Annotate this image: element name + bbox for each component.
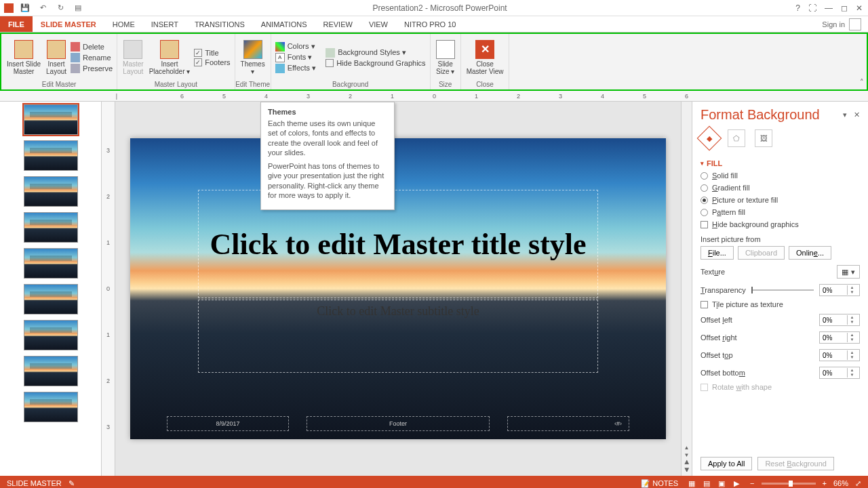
thumbnail-slide-master[interactable]	[24, 104, 78, 135]
pane-close-icon[interactable]: ✕	[854, 110, 860, 119]
file-button[interactable]: File...	[701, 246, 734, 260]
tab-slide-master[interactable]: SLIDE MASTER	[33, 16, 104, 32]
sorter-view-icon[interactable]: ▤	[700, 478, 713, 488]
layout-thumbnails[interactable]	[0, 102, 102, 476]
tab-animations[interactable]: ANIMATIONS	[253, 16, 315, 32]
thumbnail-layout[interactable]	[24, 212, 78, 243]
zoom-out-icon[interactable]: −	[750, 479, 754, 487]
spell-check-icon[interactable]: ✎	[68, 479, 75, 488]
normal-view-icon[interactable]: ▦	[685, 478, 698, 488]
title-checkbox[interactable]: ✓Title	[194, 49, 230, 57]
ribbon-highlight: Insert Slide Master Insert Layout Delete…	[0, 33, 868, 91]
tab-home[interactable]: HOME	[104, 16, 143, 32]
picture-tab-icon[interactable]: 🖼	[755, 129, 772, 147]
reading-view-icon[interactable]: ▣	[715, 478, 728, 488]
background-styles-button[interactable]: Background Styles ▾	[326, 48, 425, 58]
scroll-up-icon[interactable]: ▲	[684, 445, 690, 451]
slide-size-button[interactable]: Slide Size ▾	[435, 39, 456, 77]
rotate-with-shape-checkbox: Rotate with shape	[701, 383, 860, 391]
offset-bottom-input[interactable]: ▲▼	[819, 367, 860, 379]
offset-left-input[interactable]: ▲▼	[819, 314, 860, 326]
zoom-slider[interactable]	[762, 483, 816, 485]
apply-to-all-button[interactable]: Apply to All	[701, 457, 752, 470]
collapse-ribbon-icon[interactable]: ˄	[857, 34, 867, 89]
start-from-beginning-icon[interactable]: ▤	[72, 2, 84, 14]
slide[interactable]: Click to edit Master title style Click t…	[130, 138, 666, 439]
rename-button[interactable]: Rename	[71, 53, 113, 62]
close-icon[interactable]: ✕	[856, 3, 863, 13]
footers-checkbox[interactable]: ✓Footers	[194, 58, 230, 66]
master-subtitle-placeholder[interactable]: Click to edit Master subtitle style	[198, 300, 598, 373]
tile-picture-checkbox[interactable]: Tile picture as texture	[701, 300, 860, 308]
scroll-down-icon[interactable]: ▼	[684, 452, 690, 458]
offset-top-input[interactable]: ▲▼	[819, 349, 860, 361]
fill-section-header[interactable]: FILL	[701, 159, 860, 167]
master-title-placeholder[interactable]: Click to edit Master title style	[198, 190, 598, 298]
canvas[interactable]: Click to edit Master title style Click t…	[115, 102, 681, 476]
footer-placeholder[interactable]: Footer	[307, 416, 490, 431]
fit-to-window-icon[interactable]: ⤢	[855, 479, 861, 488]
next-slide-icon[interactable]: ⯆	[684, 467, 690, 473]
thumbnail-layout[interactable]	[24, 356, 78, 386]
tab-nitro[interactable]: NITRO PRO 10	[396, 16, 464, 32]
delete-button[interactable]: Delete	[71, 42, 113, 52]
offset-left-label: Offset left	[701, 316, 732, 324]
insert-slide-master-button[interactable]: Insert Slide Master	[5, 39, 42, 77]
main-area: 3210123 Click to edit Master title style…	[0, 102, 868, 476]
tab-review[interactable]: REVIEW	[315, 16, 360, 32]
pane-options-icon[interactable]: ▾	[843, 110, 847, 119]
redo-icon[interactable]: ↻	[54, 2, 66, 14]
zoom-in-icon[interactable]: +	[823, 479, 827, 487]
thumbnail-layout[interactable]	[24, 284, 78, 314]
picture-fill-radio[interactable]: Picture or texture fill	[701, 196, 860, 204]
master-layout-button[interactable]: Master Layout	[121, 39, 145, 77]
chevron-down-icon: ▾	[851, 268, 855, 277]
texture-picker[interactable]: ▦▾	[837, 265, 860, 279]
date-placeholder[interactable]: 8/9/2017	[167, 416, 289, 431]
thumbnail-layout[interactable]	[24, 320, 78, 350]
insert-placeholder-button[interactable]: Insert Placeholder ▾	[148, 39, 192, 77]
fonts-button[interactable]: AFonts ▾	[275, 53, 316, 62]
offset-right-label: Offset right	[701, 333, 737, 342]
slide-number-placeholder[interactable]: ‹#›	[507, 416, 629, 431]
hide-bg-graphics-checkbox[interactable]: Hide Background Graphics	[326, 59, 425, 67]
thumbnail-layout[interactable]	[24, 248, 78, 279]
gradient-fill-radio[interactable]: Gradient fill	[701, 184, 860, 192]
effects-button[interactable]: Effects ▾	[275, 64, 316, 73]
tab-file[interactable]: FILE	[0, 16, 33, 32]
avatar-icon[interactable]	[849, 18, 861, 30]
ribbon-display-icon[interactable]: ⛶	[808, 3, 816, 13]
colors-button[interactable]: Colors ▾	[275, 42, 316, 52]
minimize-icon[interactable]: —	[825, 3, 833, 13]
effects-tab-icon[interactable]: ⬠	[728, 129, 745, 147]
tab-insert[interactable]: INSERT	[143, 16, 186, 32]
transparency-input[interactable]: ▲▼	[819, 284, 860, 296]
offset-right-input[interactable]: ▲▼	[819, 331, 860, 344]
fill-tab-icon[interactable]: ◆	[697, 126, 722, 151]
notes-button[interactable]: 📝 NOTES	[641, 479, 678, 488]
themes-button[interactable]: Themes ▾	[239, 39, 267, 77]
tab-view[interactable]: VIEW	[361, 16, 396, 32]
save-icon[interactable]: 💾	[19, 2, 31, 14]
preserve-button[interactable]: Preserve	[71, 64, 113, 73]
prev-slide-icon[interactable]: ⯅	[684, 460, 690, 466]
sign-in-link[interactable]: Sign in	[822, 20, 845, 28]
maximize-icon[interactable]: ◻	[841, 3, 848, 13]
vertical-ruler: 3210123	[102, 102, 115, 476]
hide-bg-graphics-pane-checkbox[interactable]: Hide background graphics	[701, 220, 860, 228]
solid-fill-radio[interactable]: Solid fill	[701, 171, 860, 180]
online-button[interactable]: Online...	[789, 246, 831, 260]
insert-layout-button[interactable]: Insert Layout	[45, 39, 68, 77]
undo-icon[interactable]: ↶	[37, 2, 49, 14]
thumbnail-layout[interactable]	[24, 392, 78, 422]
close-master-view-button[interactable]: ✕Close Master View	[465, 39, 505, 77]
thumbnail-layout[interactable]	[24, 176, 78, 207]
tab-transitions[interactable]: TRANSITIONS	[186, 16, 253, 32]
help-icon[interactable]: ?	[795, 3, 800, 13]
thumbnail-layout[interactable]	[24, 140, 78, 171]
zoom-level[interactable]: 66%	[833, 479, 848, 487]
slideshow-view-icon[interactable]: ▶	[730, 478, 743, 488]
pattern-fill-radio[interactable]: Pattern fill	[701, 208, 860, 216]
vertical-scrollbar[interactable]: ▲ ▼ ⯅ ⯆	[681, 102, 692, 476]
transparency-slider[interactable]	[751, 289, 814, 291]
